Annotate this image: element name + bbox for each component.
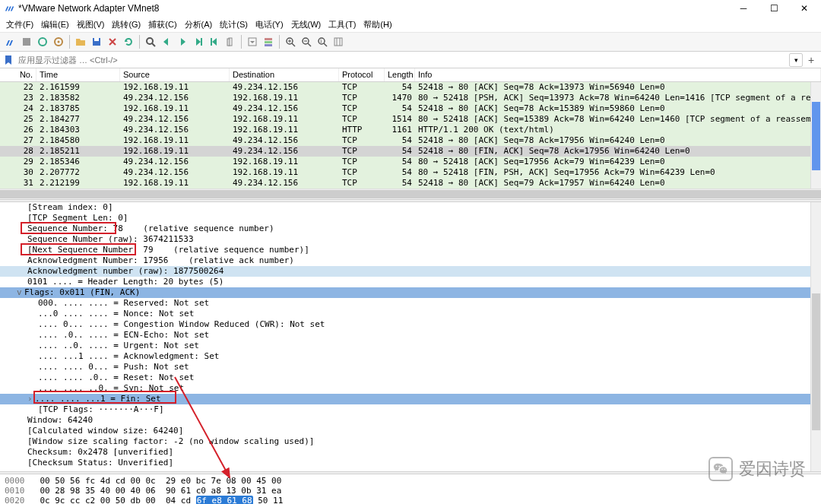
display-filter-input[interactable] (15, 54, 788, 66)
col-info[interactable]: Info (415, 68, 821, 81)
detail-flags-header[interactable]: vFlags: 0x011 (FIN, ACK) (0, 287, 821, 298)
packet-row[interactable]: 282.185211192.168.19.1149.234.12.156TCP5… (0, 146, 821, 157)
toolbar-colorize[interactable] (261, 34, 276, 49)
toolbar-save[interactable] (89, 34, 104, 49)
col-length[interactable]: Length (385, 68, 415, 81)
filter-dropdown[interactable]: ▾ (789, 53, 803, 67)
title-bar: *VMware Network Adapter VMnet8 ─ ☐ ✕ (0, 0, 821, 17)
packet-row[interactable]: 292.18534649.234.12.156192.168.19.11TCP5… (0, 157, 821, 167)
filter-add[interactable]: + (804, 53, 818, 67)
detail-hdr-len: 0101 .... = Header Length: 20 bytes (5) (0, 277, 821, 287)
flag-reserved: 000. .... .... = Reserved: Not set (0, 298, 821, 309)
detail-ack-num: Acknowledgment Number: 17956 (relative a… (0, 255, 821, 266)
toolbar-restart-capture[interactable] (35, 34, 50, 49)
toolbar-open[interactable] (73, 34, 88, 49)
toolbar-sep-4 (279, 35, 280, 49)
toolbar-sep (69, 35, 70, 49)
packet-row[interactable]: 302.20777249.234.12.156192.168.19.11TCP5… (0, 167, 821, 178)
menu-analyze[interactable]: 分析(A) (182, 17, 216, 32)
packet-hscroll[interactable] (0, 189, 821, 199)
toolbar-close[interactable] (105, 34, 120, 49)
svg-line-21 (308, 43, 311, 46)
hex-row-1: 0010 00 28 98 35 40 00 40 06 90 61 c0 a8… (5, 486, 821, 496)
toolbar-forward[interactable] (175, 34, 190, 49)
menu-capture[interactable]: 捕获(C) (145, 17, 179, 32)
toolbar-find[interactable] (143, 34, 158, 49)
window-maximize[interactable]: ☐ (759, 0, 789, 17)
svg-rect-5 (94, 38, 99, 41)
detail-next-seq: [Next Sequence Number: 79 (relative sequ… (0, 245, 821, 255)
packet-scrollbar[interactable] (810, 82, 821, 189)
filter-bar: ▾ + (0, 52, 821, 68)
toolbar-last[interactable] (223, 34, 238, 49)
packet-row[interactable]: 252.18427749.234.12.156192.168.19.11TCP1… (0, 114, 821, 125)
hex-dump[interactable]: 0000 00 50 56 fc 4d cd 00 0c 29 e0 bc 7e… (0, 474, 821, 504)
toolbar-reload[interactable] (121, 34, 136, 49)
menu-tools[interactable]: 工具(T) (325, 17, 359, 32)
packet-row[interactable]: 312.212199192.168.19.1149.234.12.156TCP5… (0, 178, 821, 189)
packet-row[interactable]: 232.18358249.234.12.156192.168.19.11TCP1… (0, 93, 821, 103)
detail-tcp-flags-str: [TCP Flags: ·······A···F] (0, 404, 821, 415)
expander-fin-icon[interactable]: › (27, 394, 35, 404)
detail-window: Window: 64240 (0, 415, 821, 426)
menu-phone[interactable]: 电话(Y) (252, 17, 287, 32)
hex-row-0: 0000 00 50 56 fc 4d cd 00 0c 29 e0 bc 7e… (5, 476, 821, 486)
detail-chk-status: [Checksum Status: Unverified] (0, 458, 821, 468)
packet-row[interactable]: 262.18430349.234.12.156192.168.19.11HTTP… (0, 125, 821, 135)
flag-syn: .... .... ..0. = Syn: Not set (0, 383, 821, 394)
col-dest[interactable]: Destination (230, 68, 339, 81)
window-close[interactable]: ✕ (789, 0, 819, 17)
app-icon (5, 3, 15, 14)
menu-edit[interactable]: 编辑(E) (38, 17, 72, 32)
col-source[interactable]: Source (120, 68, 230, 81)
svg-rect-14 (265, 41, 272, 43)
toolbar-zoom-reset[interactable]: 1 (315, 34, 330, 49)
menu-bar: 文件(F) 编辑(E) 视图(V) 跳转(G) 捕获(C) 分析(A) 统计(S… (0, 17, 821, 32)
flag-cwr: .... 0... .... = Congestion Window Reduc… (0, 319, 821, 330)
menu-help[interactable]: 帮助(H) (360, 17, 395, 32)
svg-rect-26 (334, 38, 342, 46)
menu-file[interactable]: 文件(F) (3, 17, 36, 32)
flag-nonce: ...0 .... .... = Nonce: Not set (0, 309, 821, 319)
flag-fin[interactable]: ›.... .... ...1 = Fin: Set (0, 394, 821, 404)
bookmark-icon[interactable] (3, 55, 14, 65)
toolbar-sep-3 (241, 35, 242, 49)
col-no[interactable]: No. (0, 68, 36, 81)
detail-checksum: Checksum: 0x2478 [unverified] (0, 447, 821, 458)
detail-seq-num: Sequence Number: 78 (relative sequence n… (0, 223, 821, 234)
svg-point-6 (147, 38, 153, 44)
toolbar-jump[interactable] (191, 34, 206, 49)
toolbar-start-capture[interactable] (3, 34, 18, 49)
toolbar-first[interactable] (207, 34, 222, 49)
toolbar-zoom-in[interactable] (283, 34, 298, 49)
col-protocol[interactable]: Protocol (339, 68, 385, 81)
toolbar-zoom-out[interactable] (299, 34, 314, 49)
hex-highlight: 6f e8 61 68 (196, 496, 253, 504)
toolbar-back[interactable] (159, 34, 174, 49)
toolbar-autoscroll[interactable] (245, 34, 260, 49)
packet-row[interactable]: 242.183785192.168.19.1149.234.12.156TCP5… (0, 103, 821, 114)
packet-details[interactable]: [Stream index: 0] [TCP Segment Len: 0] S… (0, 202, 821, 471)
detail-calc-win: [Calculated window size: 64240] (0, 426, 821, 436)
detail-win-scale: [Window size scaling factor: -2 (no wind… (0, 436, 821, 447)
toolbar-capture-options[interactable] (51, 34, 66, 49)
toolbar-resize-columns[interactable] (331, 34, 346, 49)
hex-row-2: 0020 0c 9c cc c2 00 50 db 00 04 cd 6f e8… (5, 496, 821, 504)
svg-point-1 (39, 38, 46, 46)
menu-goto[interactable]: 跳转(G) (109, 17, 144, 32)
packet-row[interactable]: 272.184580192.168.19.1149.234.12.156TCP5… (0, 135, 821, 146)
svg-rect-8 (201, 38, 202, 46)
toolbar-stop-capture[interactable] (19, 34, 34, 49)
menu-wireless[interactable]: 无线(W) (288, 17, 325, 32)
col-time[interactable]: Time (36, 68, 120, 81)
window-minimize[interactable]: ─ (728, 0, 759, 17)
flag-push: .... .... 0... = Push: Not set (0, 362, 821, 372)
menu-view[interactable]: 视图(V) (74, 17, 108, 32)
detail-scrollbar[interactable] (810, 202, 821, 471)
svg-point-3 (58, 41, 60, 43)
packet-row[interactable]: 222.161599192.168.19.1149.234.12.156TCP5… (0, 82, 821, 93)
svg-rect-13 (265, 38, 272, 40)
expander-icon[interactable]: v (17, 287, 24, 298)
menu-stats[interactable]: 统计(S) (217, 17, 251, 32)
packet-list[interactable]: 222.161599192.168.19.1149.234.12.156TCP5… (0, 82, 821, 189)
